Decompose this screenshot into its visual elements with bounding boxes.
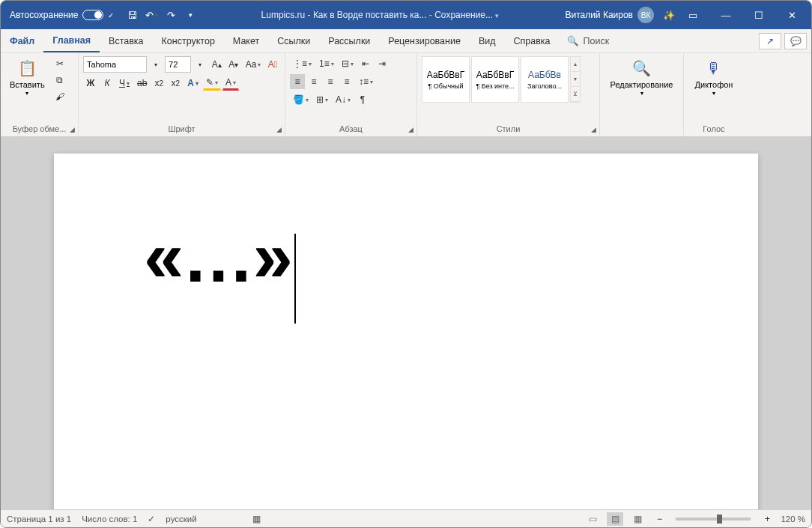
word-count[interactable]: Число слов: 1 (82, 515, 137, 524)
font-launcher[interactable]: ◢ (274, 125, 283, 134)
language-indicator[interactable]: русский (166, 515, 196, 524)
tab-home[interactable]: Главная (43, 29, 100, 52)
style-heading1[interactable]: АаБбВв Заголово... (521, 56, 569, 103)
comments-button[interactable]: 💬 (784, 33, 807, 49)
shrink-font-button[interactable]: A▾ (226, 57, 242, 72)
search-box[interactable]: 🔍 Поиск (560, 29, 617, 52)
title-bar: Автосохранение ✓ 🖫 ↶ ↷ ▾ Lumpics.ru - Ка… (1, 1, 811, 29)
sort-button[interactable]: A↓ (333, 92, 354, 107)
gallery-more-icon[interactable]: ⊻ (571, 87, 580, 102)
document-page[interactable]: «…» (54, 154, 758, 509)
shading-button[interactable]: 🪣 (290, 92, 312, 107)
tab-layout[interactable]: Макет (224, 29, 268, 52)
underline-button[interactable]: Ч (116, 76, 133, 91)
chevron-down-icon: ▾ (712, 91, 715, 97)
font-name-input[interactable]: Tahoma (83, 56, 147, 73)
web-layout-button[interactable]: ▦ (629, 512, 646, 526)
zoom-level[interactable]: 120 % (781, 515, 805, 524)
styles-launcher[interactable]: ◢ (589, 125, 598, 134)
tab-view[interactable]: Вид (470, 29, 505, 52)
spellcheck-icon[interactable]: ✓ (148, 514, 155, 524)
multilevel-button[interactable]: ⊟ (339, 56, 357, 71)
highlight-button[interactable]: ✎ (203, 76, 221, 91)
user-account[interactable]: Виталий Каиров ВК (557, 7, 661, 23)
close-button[interactable]: ✕ (775, 1, 808, 29)
grow-font-button[interactable]: A▴ (209, 57, 225, 72)
paragraph-launcher[interactable]: ◢ (406, 125, 415, 134)
change-case-button[interactable]: Aa (243, 57, 264, 72)
font-name-dropdown[interactable]: ▾ (148, 57, 163, 72)
qat-customize-icon[interactable]: ▾ (183, 7, 198, 22)
editing-button[interactable]: 🔍 Редактирование ▾ (605, 56, 679, 99)
style-normal[interactable]: АаБбВвГ ¶ Обычный (422, 56, 470, 103)
ribbon-tabs: Файл Главная Вставка Конструктор Макет С… (1, 29, 811, 53)
page-indicator[interactable]: Страница 1 из 1 (7, 515, 71, 524)
autosave-toggle[interactable] (82, 10, 103, 20)
copy-button[interactable]: ⧉ (52, 73, 67, 88)
cut-button[interactable]: ✂ (52, 56, 67, 71)
strikethrough-button[interactable]: ab (134, 76, 150, 91)
read-mode-button[interactable]: ▭ (584, 512, 601, 526)
numbering-button[interactable]: 1≡ (316, 56, 337, 71)
ribbon-display-button[interactable]: ▭ (676, 1, 709, 29)
chevron-down-icon: ▾ (25, 91, 28, 97)
autosave-check-icon: ✓ (108, 11, 114, 19)
document-area[interactable]: «…» (1, 137, 811, 509)
tab-references[interactable]: Ссылки (268, 29, 319, 52)
align-left-button[interactable]: ≡ (290, 74, 305, 89)
bold-button[interactable]: Ж (83, 76, 98, 91)
style-no-spacing[interactable]: АаБбВвГ ¶ Без инте... (471, 56, 519, 103)
font-color-button[interactable]: A (222, 76, 239, 91)
search-icon: 🔍 (567, 35, 579, 46)
font-size-dropdown[interactable]: ▾ (193, 57, 207, 72)
align-right-button[interactable]: ≡ (323, 74, 338, 89)
minimize-button[interactable]: ― (709, 1, 742, 29)
gallery-up-icon[interactable]: ▴ (571, 57, 580, 72)
subscript-button[interactable]: x2 (151, 76, 166, 91)
superscript-button[interactable]: x2 (168, 76, 183, 91)
maximize-button[interactable]: ☐ (742, 1, 775, 29)
text-cursor (294, 234, 296, 324)
zoom-in-button[interactable]: + (760, 512, 775, 527)
clear-formatting-button[interactable]: A⃠ (265, 57, 280, 72)
borders-button[interactable]: ⊞ (313, 92, 331, 107)
chevron-down-icon: ▾ (640, 91, 643, 97)
coming-soon-icon[interactable]: ✨ (661, 7, 676, 22)
clipboard-launcher[interactable]: ◢ (67, 125, 76, 134)
macro-icon[interactable]: ▦ (252, 514, 261, 524)
increase-indent-button[interactable]: ⇥ (375, 56, 390, 71)
avatar: ВК (637, 7, 654, 23)
zoom-slider[interactable] (676, 518, 751, 521)
ribbon: 📋 Вставить ▾ ✂ ⧉ 🖌 Буфер обме... ◢ Tahom… (1, 53, 811, 137)
gallery-down-icon[interactable]: ▾ (571, 72, 580, 87)
bullets-button[interactable]: ⋮≡ (290, 56, 315, 71)
format-painter-button[interactable]: 🖌 (52, 89, 67, 104)
share-button[interactable]: ↗ (759, 33, 781, 49)
tab-design[interactable]: Конструктор (153, 29, 224, 52)
font-size-input[interactable]: 72 (165, 56, 191, 73)
undo-button[interactable]: ↶ (144, 7, 159, 22)
tab-review[interactable]: Рецензирование (379, 29, 470, 52)
save-status: Сохранение... (434, 10, 493, 20)
tab-insert[interactable]: Вставка (100, 29, 152, 52)
window-title: Lumpics.ru - Как в Ворде поставить ка...… (202, 10, 557, 20)
redo-button[interactable]: ↷ (163, 7, 178, 22)
tab-help[interactable]: Справка (505, 29, 560, 52)
show-marks-button[interactable]: ¶ (355, 92, 370, 107)
paste-button[interactable]: 📋 Вставить ▾ (5, 56, 49, 99)
align-center-button[interactable]: ≡ (306, 74, 321, 89)
tab-file[interactable]: Файл (1, 29, 43, 52)
print-layout-button[interactable]: ▤ (607, 512, 623, 526)
justify-button[interactable]: ≡ (339, 74, 354, 89)
line-spacing-button[interactable]: ↕≡ (356, 74, 376, 89)
zoom-out-button[interactable]: − (652, 512, 667, 527)
italic-button[interactable]: К (100, 76, 115, 91)
decrease-indent-button[interactable]: ⇤ (358, 56, 373, 71)
text-effects-button[interactable]: A (184, 76, 202, 91)
tab-mailings[interactable]: Рассылки (319, 29, 379, 52)
save-icon[interactable]: 🖫 (124, 7, 139, 22)
document-text[interactable]: «…» (144, 216, 291, 297)
dictate-button[interactable]: 🎙 Диктофон ▾ (688, 56, 739, 99)
quick-access-toolbar: 🖫 ↶ ↷ ▾ (120, 7, 202, 22)
brush-icon: 🖌 (55, 91, 64, 102)
